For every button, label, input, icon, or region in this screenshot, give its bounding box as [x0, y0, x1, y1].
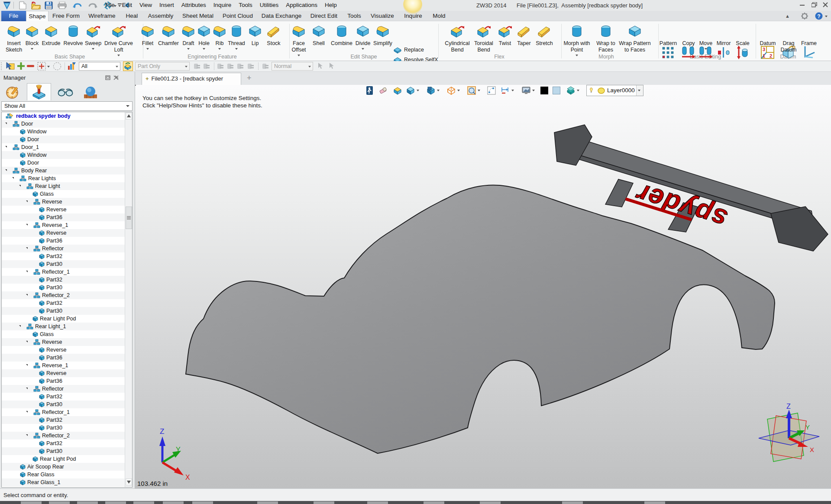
svg-text:Y: Y [176, 446, 181, 453]
svg-text:X: X [810, 446, 814, 453]
svg-text:2: 2 [770, 53, 772, 58]
svg-text:1: 1 [763, 53, 765, 58]
svg-text:X: X [185, 474, 190, 481]
svg-text:Z: Z [786, 404, 791, 410]
svg-text:?: ? [817, 13, 820, 19]
svg-text:Y: Y [805, 423, 810, 431]
svg-text:Z: Z [160, 427, 164, 436]
